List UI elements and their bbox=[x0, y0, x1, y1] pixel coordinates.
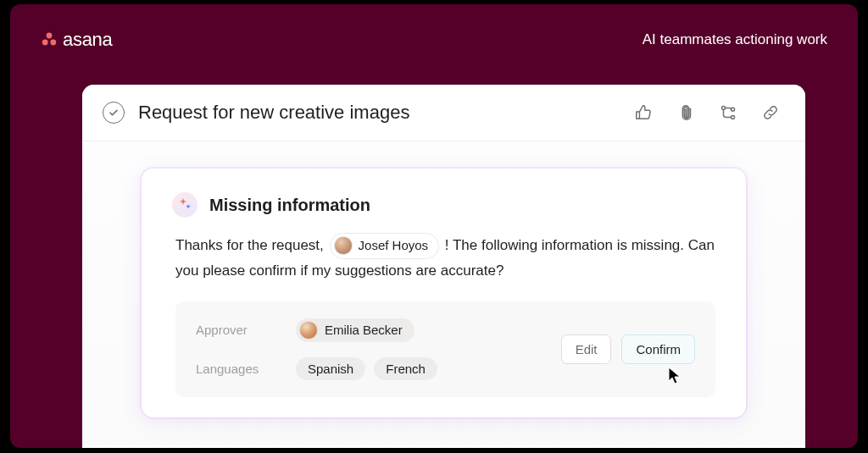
task-header: Request for new creative images bbox=[82, 85, 805, 141]
languages-row: Languages Spanish French bbox=[196, 357, 437, 380]
ai-card-header: Missing information bbox=[172, 192, 715, 218]
languages-values: Spanish French bbox=[296, 357, 437, 380]
brand: asana bbox=[41, 29, 112, 51]
complete-task-icon[interactable] bbox=[103, 102, 125, 124]
link-icon[interactable] bbox=[761, 103, 780, 122]
sparkle-icon bbox=[172, 192, 198, 218]
suggestion-block: Approver Emilia Becker Languages bbox=[175, 301, 715, 397]
svg-point-1 bbox=[42, 40, 48, 46]
ai-card-title: Missing information bbox=[209, 196, 370, 215]
task-panel: Request for new creative images bbox=[82, 85, 805, 448]
suggestion-actions: Edit Confirm bbox=[561, 334, 695, 364]
approver-name: Emilia Becker bbox=[325, 323, 403, 337]
asana-logo-icon bbox=[41, 31, 58, 48]
avatar-icon bbox=[334, 236, 353, 255]
task-title: Request for new creative images bbox=[138, 102, 409, 124]
avatar-icon bbox=[299, 321, 318, 340]
ai-suggestion-card: Missing information Thanks for the reque… bbox=[142, 168, 746, 417]
svg-point-0 bbox=[47, 33, 53, 39]
mention-name: Josef Hoyos bbox=[359, 235, 429, 257]
top-bar: asana AI teammates actioning work bbox=[10, 4, 858, 58]
confirm-button[interactable]: Confirm bbox=[621, 334, 695, 364]
attachment-icon[interactable] bbox=[676, 103, 695, 122]
task-header-left: Request for new creative images bbox=[103, 102, 409, 124]
task-actions bbox=[634, 103, 780, 122]
suggestion-fields: Approver Emilia Becker Languages bbox=[196, 318, 437, 380]
app-frame: asana AI teammates actioning work Reques… bbox=[10, 4, 858, 448]
task-body: Missing information Thanks for the reque… bbox=[82, 141, 805, 445]
languages-label: Languages bbox=[196, 362, 296, 376]
header-tagline: AI teammates actioning work bbox=[643, 31, 827, 48]
mention-chip[interactable]: Josef Hoyos bbox=[330, 233, 440, 259]
language-pill[interactable]: Spanish bbox=[296, 357, 365, 380]
edit-button[interactable]: Edit bbox=[561, 334, 612, 364]
ai-card-message: Thanks for the request, Josef Hoyos ! Th… bbox=[175, 233, 715, 283]
subtask-icon[interactable] bbox=[719, 103, 737, 122]
approver-label: Approver bbox=[196, 323, 296, 337]
like-icon[interactable] bbox=[634, 103, 653, 122]
cursor-icon bbox=[668, 367, 683, 385]
approver-value: Emilia Becker bbox=[296, 318, 415, 342]
approver-row: Approver Emilia Becker bbox=[196, 318, 437, 342]
greeting-pre: Thanks for the request, bbox=[175, 237, 328, 253]
language-pill[interactable]: French bbox=[374, 357, 437, 380]
svg-point-2 bbox=[50, 40, 56, 46]
approver-chip[interactable]: Emilia Becker bbox=[296, 318, 415, 342]
brand-name: asana bbox=[63, 29, 112, 51]
